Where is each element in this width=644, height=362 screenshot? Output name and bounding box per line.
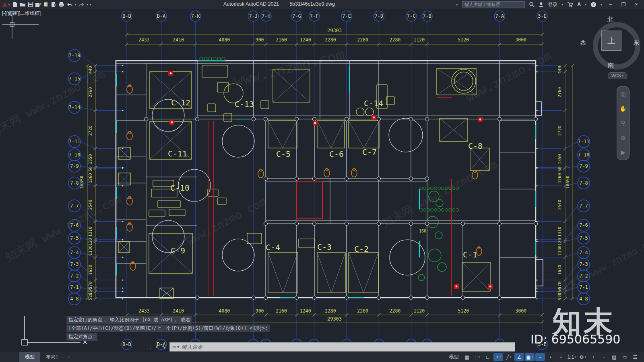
pan-icon[interactable]: ✋ (619, 105, 627, 111)
command-input[interactable]: ▭ ▾ 键入命令 (169, 342, 515, 352)
cart-icon[interactable] (567, 2, 573, 7)
navigation-bar[interactable]: ◎ ✋ ⚲ ⊕ ▶ (617, 86, 630, 160)
svg-text:1310: 1310 (88, 227, 93, 237)
orbit-icon[interactable]: ⊕ (621, 135, 626, 141)
maximize-button[interactable]: ❐ (619, 2, 628, 7)
svg-text:C-14: C-14 (364, 99, 383, 108)
open-folder-icon[interactable] (19, 2, 26, 7)
svg-text:7-5: 7-5 (70, 235, 79, 241)
tab-model[interactable]: 模型 (19, 352, 40, 362)
tab-layout1[interactable]: 布局1 (40, 352, 64, 362)
svg-text:7-3: 7-3 (579, 261, 588, 267)
drawing-canvas[interactable]: 2930324332410408090021601240228022802280… (0, 0, 644, 362)
svg-text:C-2: C-2 (354, 244, 369, 254)
svg-text:7-8: 7-8 (579, 180, 588, 186)
annotation-visibility-icon[interactable]: ⋆ (535, 353, 545, 361)
search-input[interactable]: 键入关键字或短语 (462, 1, 525, 8)
status-bar: 模型 布局1 + 模型 ▦∷▾∟◔▾╱▾∠▣▾⋆⋆⋆1:1▾⚙▾+▫▨▭☰ (0, 352, 644, 362)
close-button[interactable]: × (632, 2, 641, 7)
plot-icon[interactable] (43, 2, 49, 7)
svg-text:7-11: 7-11 (69, 139, 80, 144)
osnap-icon[interactable]: ▣▾ (525, 353, 535, 361)
quick-access-toolbar: A ▾ ▾ ▾ ▾ (0, 2, 91, 8)
signin-label[interactable]: 登录 (548, 1, 557, 8)
command-history-line1: 指定窗口的角点， 输入比例因子 (nX 或 nXP)， 或者 (66, 316, 192, 324)
print-icon[interactable] (58, 2, 65, 7)
svg-text:7-10: 7-10 (578, 152, 590, 158)
user-icon[interactable] (539, 2, 544, 7)
viewcube-north-label[interactable]: 北 (607, 16, 613, 23)
signin-caret-icon[interactable]: ▾ (561, 3, 563, 6)
isolate-objects-icon[interactable]: ▫ (599, 353, 609, 361)
otrack-icon[interactable]: ∠ (514, 353, 524, 361)
search-icon[interactable] (529, 2, 535, 7)
viewport-controls[interactable]: [-][俯视][二维线框] (2, 10, 41, 17)
zoom-extents-icon[interactable]: ⚲ (621, 120, 625, 126)
ortho-icon[interactable]: ∟ (483, 353, 493, 361)
viewcube-west-label[interactable]: 西 (580, 39, 586, 47)
workspace-gear-icon[interactable]: ⚙▾ (578, 353, 588, 361)
annotation-scale-icon[interactable]: ⋆ (556, 353, 566, 361)
crosshair-icon[interactable]: + (588, 353, 598, 361)
title-bar: A ▾ ▾ ▾ ▾ Autodesk AutoCAD 2021 5b31f46c… (0, 0, 644, 9)
command-history-line2: [全部(A)/中心(C)/动态(D)/范围(E)/上一个(P)/比例(S)/窗口… (66, 325, 270, 332)
svg-text:900: 900 (256, 308, 264, 314)
command-prompt-icon[interactable]: ▭ ▾ (172, 345, 179, 349)
cleanscreen-icon[interactable]: ▭ (620, 353, 630, 361)
command-wrench-icon[interactable]: 🔧︎ (161, 344, 166, 350)
svg-text:16650: 16650 (79, 175, 85, 189)
minimize-button[interactable]: – (606, 2, 615, 7)
model-space-toggle[interactable]: 模型 (449, 354, 459, 360)
svg-text:1310: 1310 (557, 227, 562, 237)
autodesk-app-icon[interactable]: A (577, 2, 581, 7)
polar-icon[interactable]: ◔▾ (493, 353, 503, 361)
svg-text:C-3: C-3 (317, 242, 332, 252)
svg-text:1630: 1630 (88, 265, 93, 275)
redo-icon[interactable] (78, 2, 85, 7)
app-store-caret-icon[interactable]: ▾ (585, 3, 586, 6)
svg-text:1260: 1260 (88, 173, 93, 183)
autocad-logo[interactable]: A (2, 2, 7, 8)
snap-icon[interactable]: ∷▾ (473, 353, 482, 361)
search-expand-icon[interactable]: ▸ (456, 3, 458, 6)
customize-icon[interactable]: ☰ (630, 353, 640, 361)
help-icon[interactable]: ? (590, 2, 597, 8)
help-caret-icon[interactable]: ▾ (601, 3, 602, 6)
wcs-menu[interactable]: WCS ▾ (608, 72, 627, 79)
svg-text:7-11: 7-11 (578, 139, 590, 144)
command-close-icon[interactable]: × (155, 344, 158, 350)
annotation-scale-add-icon[interactable]: ⋆ (546, 353, 555, 361)
viewcube-south-label[interactable]: 南 (608, 62, 614, 69)
grid-icon[interactable]: ▦ (462, 353, 472, 361)
svg-text:C-10: C-10 (170, 183, 190, 193)
hardware-accel-icon[interactable]: ▨ (609, 353, 619, 361)
qat-customize-caret-icon[interactable]: ▾ (90, 3, 91, 6)
svg-text:160: 160 (419, 229, 426, 233)
viewcube-east-label[interactable]: 东 (633, 39, 639, 47)
undo-caret-icon[interactable]: ▾ (75, 3, 76, 6)
document-name: 5b31f46c1e3e9.dwg (289, 1, 335, 7)
window-title: Autodesk AutoCAD 2021 5b31f46c1e3e9.dwg (223, 1, 335, 7)
add-layout-button[interactable]: + (64, 354, 74, 360)
viewcube[interactable]: 上 北 南 西 东 (586, 18, 642, 74)
saveas-icon[interactable] (35, 2, 41, 7)
redo-caret-icon[interactable]: ▾ (87, 3, 88, 6)
layout-tabs: 模型 布局1 + (19, 352, 74, 362)
export-icon[interactable] (51, 2, 57, 7)
svg-text:7-8: 7-8 (70, 180, 79, 186)
viewcube-top-face[interactable]: 上 (601, 31, 621, 51)
new-file-icon[interactable] (12, 2, 18, 7)
isodraft-icon[interactable]: ╱▾ (504, 353, 514, 361)
undo-icon[interactable] (66, 2, 73, 7)
svg-text:C-1: C-1 (463, 250, 477, 259)
command-grip-handle[interactable]: ⋮⋮ (145, 344, 152, 350)
showmotion-icon[interactable]: ▶ (621, 149, 625, 155)
app-menu-caret-icon[interactable]: ▾ (8, 3, 10, 6)
save-icon[interactable] (27, 2, 33, 7)
svg-text:2410: 2410 (173, 37, 184, 43)
svg-text:4-8: 4-8 (579, 296, 588, 302)
steering-wheel-icon[interactable]: ◎ (620, 91, 625, 97)
scale-indicator[interactable]: 1:1▾ (567, 353, 577, 361)
svg-text:7-7: 7-7 (579, 203, 588, 209)
svg-text:3000: 3000 (515, 308, 526, 314)
